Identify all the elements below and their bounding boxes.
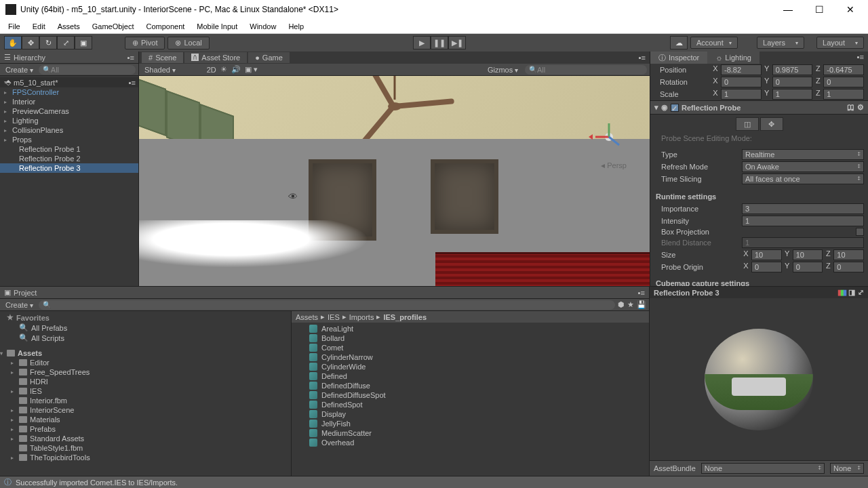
folder-item[interactable]: ▸InteriorScene [0, 405, 291, 415]
project-tab[interactable]: ▣ Project ▪≡ [0, 287, 649, 299]
statusbar[interactable]: ⓘ Successfully imported Comet.IES to IES… [0, 476, 868, 488]
settings-icon[interactable]: ⚙ [857, 103, 864, 112]
asset-item[interactable]: DefinedDiffuse [292, 381, 649, 390]
filter-icon[interactable]: ⬢ [618, 300, 625, 309]
orientation-gizmo[interactable] [589, 117, 629, 157]
favorites-header[interactable]: ★Favorites [0, 312, 291, 323]
origin-y[interactable]: 0 [793, 262, 823, 272]
scale-y[interactable]: 1 [772, 89, 813, 100]
hierarchy-item[interactable]: ▸Props [0, 135, 138, 144]
expand-preview-icon[interactable]: ⤢ [858, 288, 864, 297]
expand-icon[interactable]: ▸ [4, 108, 7, 115]
hierarchy-item[interactable]: Reflection Probe 1 [0, 144, 138, 154]
breadcrumb-current[interactable]: IES_profiles [383, 313, 427, 321]
play-button[interactable]: ▶ [413, 36, 431, 49]
expand-icon[interactable]: ▸ [11, 388, 14, 394]
rotation-z[interactable]: 0 [823, 77, 864, 87]
close-button[interactable]: ✕ [841, 4, 860, 15]
local-toggle[interactable]: ⊗Local [167, 37, 209, 49]
folder-item[interactable]: ▸Editor [0, 358, 291, 367]
panel-menu-icon[interactable]: ▪≡ [127, 54, 134, 62]
hierarchy-item[interactable]: ▸Interior [0, 97, 138, 106]
folder-item[interactable]: ▸Free_SpeedTrees [0, 367, 291, 377]
menu-edit[interactable]: Edit [27, 21, 51, 32]
scale-tool[interactable]: ⤢ [57, 36, 75, 49]
panel-menu-icon[interactable]: ▪≡ [639, 54, 650, 62]
pivot-toggle[interactable]: ⊕Pivot [125, 37, 165, 49]
favorite-item[interactable]: 🔍All Prefabs [0, 323, 291, 333]
collapse-icon[interactable]: ▾ [654, 103, 658, 112]
edit-origin-button[interactable]: ✥ [760, 117, 783, 131]
rotation-y[interactable]: 0 [772, 77, 813, 87]
breadcrumb-item[interactable]: Assets [296, 313, 318, 321]
expand-icon[interactable]: ▸ [11, 407, 14, 413]
origin-x[interactable]: 0 [751, 262, 782, 272]
asset-item[interactable]: JellyFish [292, 419, 649, 428]
component-header[interactable]: ▾ ◉ ✓ Reflection Probe 🕮 ⚙ [650, 100, 868, 115]
menu-assets[interactable]: Assets [52, 21, 85, 32]
hierarchy-item[interactable]: ▸FPSController [0, 87, 138, 97]
folder-item[interactable]: HDRI [0, 377, 291, 386]
expand-icon[interactable]: ▸ [4, 137, 7, 143]
scene-search[interactable]: 🔍All [525, 65, 647, 75]
perspective-label[interactable]: ◂ Persp [601, 161, 627, 170]
asset-item[interactable]: Defined [292, 371, 649, 381]
menu-component[interactable]: Component [140, 21, 190, 32]
expand-icon[interactable]: ▾ [4, 79, 7, 85]
menu-mobileinput[interactable]: Mobile Input [191, 21, 243, 32]
origin-z[interactable]: 0 [833, 262, 864, 272]
hierarchy-item-selected[interactable]: Reflection Probe 3 [0, 163, 138, 173]
assetbundle-variant-dropdown[interactable]: None [830, 463, 864, 474]
scene-root[interactable]: ▾ ⬘ m5_10_start* ▪≡ [0, 77, 138, 87]
hand-tool[interactable]: ✋ [4, 36, 22, 49]
asset-item[interactable]: Display [292, 409, 649, 419]
assetstore-tab[interactable]: 🅰Asset Store [184, 52, 247, 63]
menu-file[interactable]: File [3, 21, 26, 32]
type-dropdown[interactable]: Realtime [742, 149, 864, 160]
favorite-item[interactable]: 🔍All Scripts [0, 333, 291, 343]
expand-icon[interactable]: ▾ [0, 350, 3, 357]
preview-header[interactable]: Reflection Probe 3 ▮▮▮ ◨ ⤢ [650, 287, 868, 298]
asset-item[interactable]: CylinderWide [292, 362, 649, 371]
hierarchy-item[interactable]: ▸CollisionPlanes [0, 125, 138, 135]
light-toggle[interactable]: ☀ [220, 65, 227, 74]
breadcrumb-item[interactable]: Imports [349, 313, 374, 321]
inspector-tab[interactable]: ⓘInspector [650, 52, 707, 64]
size-y[interactable]: 10 [793, 249, 823, 260]
create-dropdown[interactable]: Create ▾ [3, 65, 36, 75]
hierarchy-search[interactable]: 🔍All [39, 65, 136, 75]
expand-icon[interactable]: ▸ [4, 127, 7, 134]
pause-button[interactable]: ❚❚ [431, 36, 448, 49]
2d-toggle[interactable]: 2D [207, 66, 216, 74]
folder-item[interactable]: ▸Prefabs [0, 424, 291, 434]
account-dropdown[interactable]: Account [690, 37, 738, 49]
boxproj-checkbox[interactable] [856, 228, 864, 236]
expand-icon[interactable]: ▸ [4, 118, 7, 124]
hierarchy-item[interactable]: Reflection Probe 2 [0, 154, 138, 163]
folder-item[interactable]: Interior.fbm [0, 396, 291, 405]
menu-help[interactable]: Help [283, 21, 309, 32]
layers-dropdown[interactable]: Layers [757, 37, 804, 49]
breadcrumb-item[interactable]: IES [328, 313, 340, 321]
component-enable-checkbox[interactable]: ✓ [671, 104, 679, 112]
expand-icon[interactable]: ▸ [11, 360, 14, 366]
assetbundle-dropdown[interactable]: None [701, 463, 825, 474]
audio-toggle[interactable]: 🔊 [231, 65, 241, 74]
panel-menu-icon[interactable]: ▪≡ [638, 289, 645, 297]
position-z[interactable]: -0.6475 [823, 64, 864, 75]
shading-dropdown[interactable]: Shaded ▾ [142, 65, 178, 75]
scene-tab[interactable]: #Scene [142, 52, 183, 63]
assets-root[interactable]: ▾Assets [0, 348, 291, 358]
rotation-x[interactable]: 0 [721, 77, 762, 87]
scene-menu-icon[interactable]: ▪≡ [129, 79, 136, 87]
cloud-button[interactable]: ☁ [670, 36, 688, 49]
asset-item[interactable]: AreaLight [292, 324, 649, 333]
move-tool[interactable]: ✥ [22, 36, 39, 49]
folder-item[interactable]: ▸Materials [0, 415, 291, 424]
rgb-icon[interactable]: ▮▮▮ [837, 288, 846, 297]
gizmos-dropdown[interactable]: Gizmos ▾ [485, 65, 521, 75]
hierarchy-tab[interactable]: ☰ Hierarchy ▪≡ [0, 52, 138, 64]
save-search-icon[interactable]: 💾 [637, 300, 646, 309]
folder-item[interactable]: ▸Standard Assets [0, 434, 291, 443]
expand-icon[interactable]: ▸ [11, 455, 14, 461]
